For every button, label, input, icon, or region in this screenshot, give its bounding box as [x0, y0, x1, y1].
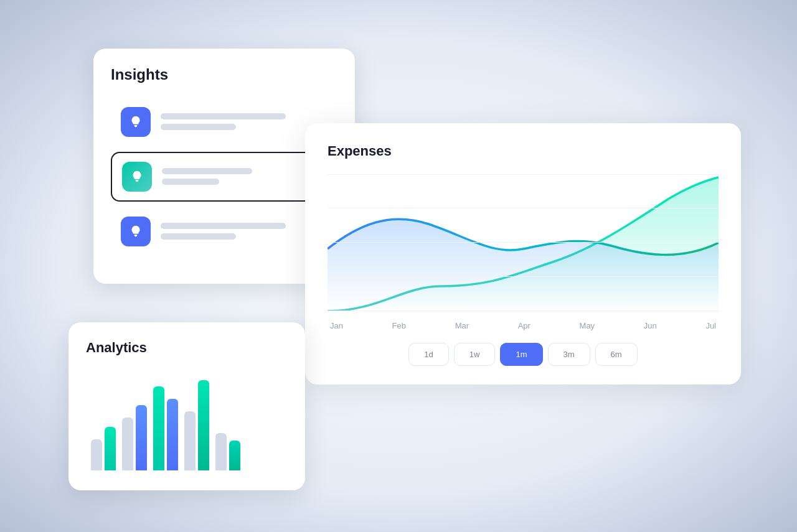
chart-labels: Jan Feb Mar Apr May Jun Jul [328, 321, 719, 330]
insight-text-lines-3 [161, 223, 328, 240]
insight-row-1[interactable] [111, 98, 337, 146]
scene: Insights [56, 30, 741, 503]
insight-text-lines-2 [162, 168, 326, 185]
bar [91, 439, 102, 470]
bar-group-4 [184, 380, 209, 470]
chart-area [328, 174, 719, 311]
text-line [162, 179, 219, 185]
insight-icon-2 [122, 162, 152, 192]
analytics-card: Analytics [68, 322, 305, 490]
expenses-title: Expenses [328, 143, 719, 159]
bar-group-1 [91, 427, 116, 470]
bar [167, 399, 178, 470]
bar [184, 411, 196, 470]
insight-row-2[interactable] [111, 152, 337, 202]
text-line [161, 233, 236, 240]
chart-label-feb: Feb [392, 321, 406, 330]
time-btn-1d[interactable]: 1d [408, 343, 448, 366]
bar-group-5 [215, 433, 240, 470]
bar-group-2 [122, 405, 147, 470]
insight-icon-1 [121, 107, 151, 137]
chart-label-jul: Jul [705, 321, 716, 330]
time-btn-1m[interactable]: 1m [500, 343, 542, 366]
text-line [161, 124, 236, 130]
bar [215, 433, 227, 470]
bar [105, 427, 116, 470]
chart-label-mar: Mar [455, 321, 469, 330]
chart-label-jun: Jun [644, 321, 657, 330]
insight-row-3[interactable] [111, 208, 337, 255]
expenses-card: Expenses [305, 123, 741, 385]
time-btn-1w[interactable]: 1w [454, 343, 496, 366]
insight-icon-3 [121, 217, 151, 246]
time-buttons: 1d 1w 1m 3m 6m [328, 343, 719, 366]
bar [136, 405, 147, 470]
bar [198, 380, 209, 470]
chart-label-may: May [580, 321, 595, 330]
time-btn-6m[interactable]: 6m [595, 343, 638, 366]
chart-label-jan: Jan [330, 321, 343, 330]
chart-label-apr: Apr [518, 321, 531, 330]
expenses-chart-svg [328, 174, 719, 311]
analytics-title: Analytics [86, 340, 288, 356]
text-line [161, 113, 286, 119]
text-line [162, 168, 252, 174]
bar-group-3 [153, 386, 178, 470]
insight-text-lines-1 [161, 113, 328, 130]
bars-area [86, 371, 288, 470]
insights-title: Insights [111, 66, 337, 83]
bar [153, 386, 164, 470]
text-line [161, 223, 286, 229]
bar [229, 441, 240, 470]
time-btn-3m[interactable]: 3m [548, 343, 590, 366]
bar [122, 418, 133, 470]
